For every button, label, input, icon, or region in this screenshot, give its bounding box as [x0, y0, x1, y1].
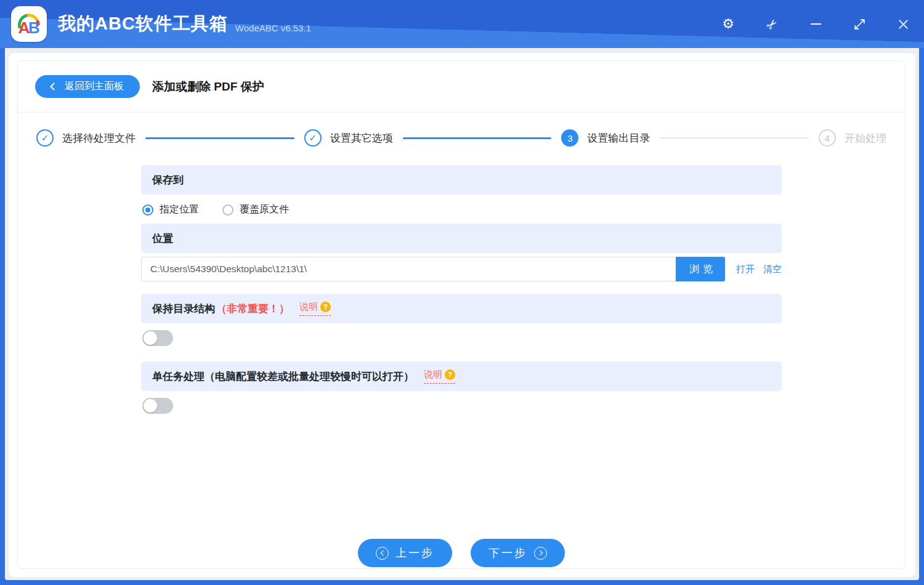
save-to-options: 指定位置 覆盖原文件	[142, 203, 782, 216]
save-to-title: 保存到	[152, 173, 184, 187]
radio-specified-location-label: 指定位置	[160, 203, 199, 216]
app-version: WodeABC v6.53.1	[235, 23, 311, 33]
wizard-footer: 上一步 下一步	[141, 539, 782, 568]
maximize-icon[interactable]	[852, 17, 867, 31]
step-4-start-processing: 4 开始处理	[819, 129, 886, 147]
location-row: 浏览 打开 清空	[141, 257, 782, 281]
check-icon: ✓	[304, 129, 322, 147]
main-panel: 返回到主面板 添加或删除 PDF 保护 ✓ 选择待处理文件 ✓ 设置其它选项	[9, 53, 915, 577]
step-2-label: 设置其它选项	[330, 131, 393, 145]
clear-path-link[interactable]: 清空	[763, 264, 782, 275]
output-path-input[interactable]	[141, 257, 676, 281]
close-icon[interactable]	[896, 17, 910, 31]
question-mark-icon: ?	[445, 369, 455, 380]
page-title: 添加或删除 PDF 保护	[152, 79, 264, 95]
minimize-icon[interactable]	[808, 17, 823, 31]
app-window: A B 我的ABC软件工具箱 WodeABC v6.53.1 ⚙ ✂	[0, 0, 924, 585]
previous-step-button[interactable]: 上一步	[358, 539, 452, 567]
keep-structure-help-link[interactable]: 说明 ?	[299, 301, 331, 316]
step-2-other-options: ✓ 设置其它选项	[304, 129, 393, 147]
toggle-knob	[144, 331, 157, 345]
chevron-left-icon	[50, 83, 58, 91]
settings-content: 保存到 指定位置 覆盖原文件 位置	[141, 165, 782, 568]
radio-overwrite-original[interactable]: 覆盖原文件	[222, 203, 289, 216]
keep-structure-title: 保持目录结构	[152, 302, 215, 316]
keep-structure-block: 保持目录结构 （非常重要！） 说明 ?	[141, 294, 782, 357]
step-4-label: 开始处理	[845, 131, 886, 145]
browse-button[interactable]: 浏览	[676, 257, 725, 281]
step-3-badge: 3	[561, 129, 578, 147]
single-task-block: 单任务处理（电脑配置较差或批量处理较慢时可以打开） 说明 ?	[141, 361, 782, 424]
svg-text:B: B	[28, 19, 40, 36]
radio-overwrite-original-label: 覆盖原文件	[240, 203, 289, 216]
radio-unselected-icon	[222, 204, 233, 216]
titlebar: A B 我的ABC软件工具箱 WodeABC v6.53.1 ⚙ ✂	[0, 0, 924, 48]
step-1-select-files: ✓ 选择待处理文件	[36, 129, 136, 147]
back-to-dashboard-button[interactable]: 返回到主面板	[35, 75, 140, 98]
single-task-toggle[interactable]	[142, 398, 173, 414]
step-connector	[403, 137, 552, 139]
step-4-badge: 4	[819, 129, 836, 147]
step-3-output-directory: 3 设置输出目录	[561, 129, 650, 147]
card-header: 返回到主面板 添加或删除 PDF 保护	[18, 61, 905, 113]
scissors-icon[interactable]: ✂	[764, 17, 779, 31]
step-indicator: ✓ 选择待处理文件 ✓ 设置其它选项 3 设置输出目录 4	[18, 113, 905, 165]
check-icon: ✓	[36, 129, 54, 147]
keep-structure-toggle[interactable]	[142, 330, 173, 346]
circle-arrow-left-icon	[376, 547, 389, 560]
keep-structure-header: 保持目录结构 （非常重要！） 说明 ?	[141, 294, 782, 323]
app-title: 我的ABC软件工具箱	[58, 12, 228, 36]
location-section-header: 位置	[141, 224, 782, 253]
step-connector	[660, 137, 809, 139]
radio-specified-location[interactable]: 指定位置	[142, 203, 199, 216]
abc-logo-icon: A B	[15, 10, 43, 38]
window-body: 返回到主面板 添加或删除 PDF 保护 ✓ 选择待处理文件 ✓ 设置其它选项	[5, 48, 919, 580]
question-mark-icon: ?	[320, 302, 331, 312]
step-connector	[145, 137, 294, 139]
location-title: 位置	[152, 232, 173, 246]
radio-selected-icon	[142, 204, 153, 216]
step-1-label: 选择待处理文件	[62, 131, 136, 145]
content-card: 返回到主面板 添加或删除 PDF 保护 ✓ 选择待处理文件 ✓ 设置其它选项	[17, 60, 906, 569]
settings-gear-icon[interactable]: ⚙	[721, 17, 736, 31]
keep-structure-important-note: （非常重要！）	[216, 302, 290, 316]
app-logo: A B	[11, 6, 47, 42]
single-task-title: 单任务处理（电脑配置较差或批量处理较慢时可以打开）	[152, 369, 414, 384]
back-button-label: 返回到主面板	[65, 80, 124, 93]
toggle-knob	[144, 399, 157, 413]
open-folder-link[interactable]: 打开	[736, 264, 755, 275]
circle-arrow-right-icon	[534, 547, 547, 560]
save-to-section-header: 保存到	[141, 165, 782, 195]
single-task-help-link[interactable]: 说明 ?	[424, 369, 455, 384]
single-task-header: 单任务处理（电脑配置较差或批量处理较慢时可以打开） 说明 ?	[141, 361, 782, 391]
step-3-label: 设置输出目录	[587, 131, 650, 145]
next-step-button[interactable]: 下一步	[471, 539, 565, 567]
